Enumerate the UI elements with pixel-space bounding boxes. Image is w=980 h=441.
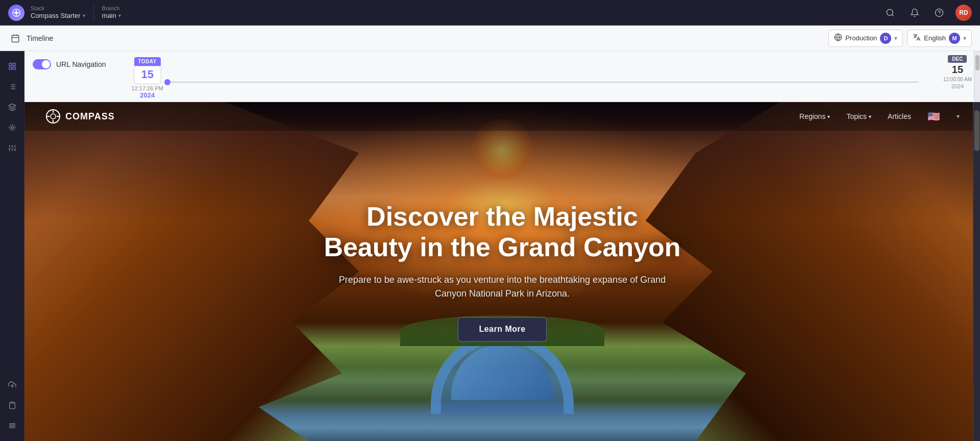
app-logo[interactable] [8, 5, 24, 21]
svg-point-1 [15, 11, 17, 14]
right-month-badge: DEC [948, 55, 967, 63]
timeline-scrollbar[interactable] [974, 51, 980, 102]
env-label: Production [845, 34, 877, 42]
svg-rect-4 [12, 35, 19, 42]
lang-label: English [924, 34, 946, 42]
compass-navbar: COMPASS Regions Topics Articles 🇺🇸 ▾ [24, 102, 980, 131]
compass-logo: COMPASS [45, 108, 115, 125]
stack-name-btn[interactable]: Compass Starter [31, 12, 85, 20]
svg-point-21 [11, 127, 13, 129]
branch-label: Branch [102, 5, 121, 12]
search-button[interactable] [882, 5, 898, 21]
timeline-section: Timeline [8, 31, 828, 45]
stack-info: Stack Compass Starter [31, 5, 85, 20]
branch-info: Branch main [102, 5, 121, 20]
svg-rect-32 [11, 402, 13, 403]
timeline-icon [8, 31, 22, 45]
svg-point-38 [51, 114, 56, 119]
stack-label: Stack [31, 5, 85, 12]
sidebar-icon-sliders[interactable] [3, 139, 21, 157]
lang-chevron-icon: ▾ [963, 35, 966, 42]
compass-logo-text: COMPASS [65, 111, 115, 122]
secondary-bar: Timeline Production D ▾ English M ▾ [0, 26, 980, 51]
sidebar-icon-grid[interactable] [3, 57, 21, 76]
env-icon [834, 33, 842, 43]
environment-selector[interactable]: Production D ▾ [828, 30, 903, 47]
preview-scrollbar-thumb [974, 110, 979, 151]
hero-subtitle: Prepare to be awe-struck as you venture … [324, 273, 681, 301]
timeline-scrollbar-thumb [975, 55, 979, 70]
timeline-time: 12:17:26 PM [132, 85, 163, 91]
compass-nav-links: Regions Topics Articles 🇺🇸 ▾ [799, 110, 960, 122]
nav-link-articles[interactable]: Articles [888, 112, 911, 120]
svg-rect-11 [13, 63, 15, 66]
top-bar-left: Stack Compass Starter Branch main [8, 5, 121, 21]
flag-icon[interactable]: 🇺🇸 [927, 110, 940, 122]
main-layout: URL Navigation TODAY 15 12:17:26 PM 2024 [0, 51, 980, 441]
right-date-number: 15 [952, 64, 963, 76]
notifications-button[interactable] [906, 5, 923, 21]
language-selector[interactable]: English M ▾ [907, 30, 972, 47]
sidebar-icon-crosshair[interactable] [3, 118, 21, 137]
sidebar-icon-layers[interactable] [3, 98, 21, 116]
divider [93, 5, 94, 20]
flag-chevron-icon: ▾ [957, 113, 960, 120]
timeline-dot [164, 79, 170, 85]
date-number: 15 [141, 68, 153, 81]
sidebar-icon-upload[interactable] [3, 376, 21, 394]
right-year: 2024 [951, 83, 964, 89]
nav-link-topics[interactable]: Topics [846, 112, 871, 120]
env-chevron-icon: ▾ [894, 35, 897, 42]
learn-more-button[interactable]: Learn More [458, 317, 546, 341]
svg-marker-20 [9, 104, 15, 107]
lang-letter: M [949, 33, 960, 44]
svg-rect-12 [13, 67, 15, 69]
nav-link-regions[interactable]: Regions [799, 112, 830, 120]
top-bar-right: RD [882, 5, 972, 21]
sidebar-icon-clipboard[interactable] [3, 396, 21, 414]
hero-title: Discover the Majestic Beauty in the Gran… [324, 202, 681, 263]
website-preview: COMPASS Regions Topics Articles 🇺🇸 ▾ [24, 102, 980, 441]
svg-rect-13 [9, 67, 12, 69]
env-letter: D [880, 33, 891, 44]
timeline-year: 2024 [140, 91, 155, 99]
top-bar: Stack Compass Starter Branch main RD [0, 0, 980, 26]
secondary-bar-right: Production D ▾ English M ▾ [828, 30, 972, 47]
user-avatar[interactable]: RD [955, 5, 972, 21]
preview-scrollbar[interactable] [973, 102, 980, 441]
svg-rect-10 [9, 63, 12, 66]
sidebar-icon-settings[interactable] [3, 416, 21, 435]
help-button[interactable] [931, 5, 947, 21]
sidebar-icon-list[interactable] [3, 78, 21, 96]
today-badge: TODAY [134, 57, 161, 66]
lang-icon [913, 33, 921, 43]
url-nav-toggle[interactable] [33, 59, 51, 69]
date-box: 15 [134, 66, 161, 84]
hero-section: COMPASS Regions Topics Articles 🇺🇸 ▾ [24, 102, 980, 441]
svg-point-2 [887, 9, 893, 15]
left-sidebar [0, 51, 24, 441]
timeline-label: Timeline [27, 34, 53, 42]
branch-name-btn[interactable]: main [102, 12, 121, 20]
url-nav-label: URL Navigation [56, 60, 106, 68]
hero-content: Discover the Majestic Beauty in the Gran… [324, 202, 681, 341]
right-time: 12:00:00 AM [943, 77, 972, 82]
timeline-line [167, 82, 919, 83]
